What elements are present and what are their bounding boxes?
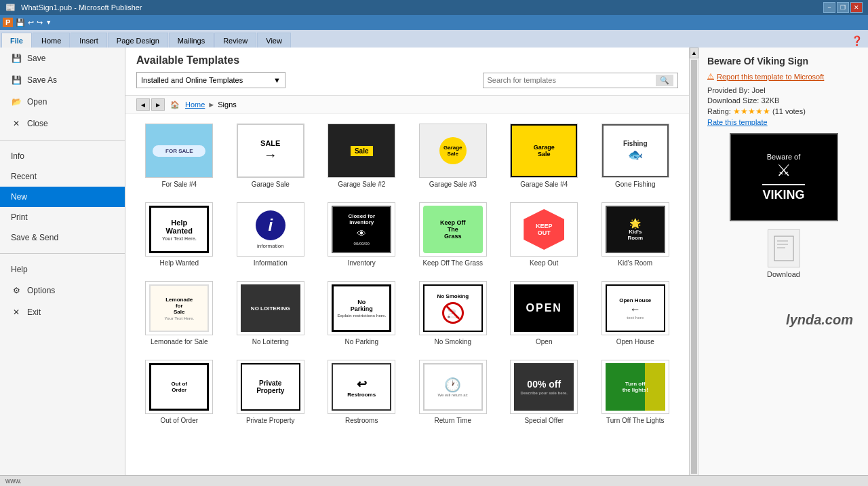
templates-grid: FOR SALE For Sale #4 SALE → Garage Sale	[136, 119, 678, 429]
list-item[interactable]: Garage Sale Garage Sale #3	[410, 119, 496, 193]
sidebar-item-exit[interactable]: ✕ Exit	[0, 301, 125, 323]
quick-save-icon[interactable]: 💾	[16, 18, 25, 27]
ribbon-tabs: File Home Insert Page Design Mailings Re…	[0, 30, 868, 48]
sidebar-item-close[interactable]: ✕ Close	[0, 113, 125, 134]
download-area: Download	[707, 229, 860, 278]
search-button[interactable]: 🔍	[656, 75, 673, 86]
section-title: Available Templates	[136, 54, 678, 67]
tab-review[interactable]: Review	[214, 33, 256, 48]
sidebar-item-print[interactable]: Print	[0, 207, 125, 227]
tab-view[interactable]: View	[257, 33, 291, 48]
templates-header: Available Templates Installed and Online…	[125, 48, 689, 96]
quick-access-dropdown[interactable]: ▼	[45, 19, 52, 26]
list-item[interactable]: i information Information	[228, 198, 314, 272]
list-item[interactable]: Fishing 🐟 Gone Fishing	[593, 119, 679, 193]
template-name: Garage Sale #2	[338, 181, 385, 189]
forward-button[interactable]: ►	[151, 98, 165, 111]
list-item[interactable]: KEEPOUT Keep Out	[501, 198, 587, 272]
template-name: No Smoking	[435, 338, 471, 346]
tab-mailings[interactable]: Mailings	[169, 33, 214, 48]
report-link[interactable]: ⚠ Report this template to Microsoft	[707, 72, 860, 81]
back-button[interactable]: ◄	[136, 98, 150, 111]
tab-file[interactable]: File	[1, 33, 32, 48]
quick-redo-icon[interactable]: ↪	[37, 18, 43, 27]
restore-button[interactable]: ❐	[837, 2, 849, 13]
template-thumb-inventory: Closed for Inventory 👁 00/00/00	[328, 202, 395, 257]
list-item[interactable]: Private Property Private Property	[228, 356, 314, 429]
save-icon: 💾	[11, 53, 22, 64]
template-name: Gone Fishing	[615, 181, 655, 189]
list-item[interactable]: 🌟 Kid's Room Kid's Room	[593, 198, 679, 272]
sidebar-item-help[interactable]: Help	[0, 259, 125, 280]
sidebar-item-options[interactable]: ⚙ Options	[0, 280, 125, 301]
list-item[interactable]: 00% off Describe your sale here. Special…	[501, 356, 587, 429]
template-name: Restrooms	[345, 417, 378, 425]
scroll-up-button[interactable]: ▲	[690, 48, 698, 58]
list-item[interactable]: FOR SALE For Sale #4	[136, 119, 222, 193]
template-name: Garage Sale #4	[520, 181, 568, 189]
template-thumb-outoforder: Out of Order	[145, 360, 213, 414]
template-name: Garage Sale #3	[429, 181, 477, 189]
sidebar-item-recent[interactable]: Recent	[0, 166, 125, 187]
template-thumb-garagesale4: Garage Sale	[510, 124, 578, 178]
preview-top: Beware of	[767, 153, 801, 161]
list-item[interactable]: Open House ← text here Open House	[593, 277, 679, 350]
sidebar-item-new[interactable]: New	[0, 187, 125, 207]
list-item[interactable]: Lemonade for Sale Your Text Here. Lemona…	[136, 277, 222, 350]
template-name: Help Wanted	[160, 259, 199, 267]
list-item[interactable]: SALE → Garage Sale	[228, 119, 314, 193]
list-item[interactable]: 🕐 We will return at: Return Time	[410, 356, 496, 429]
template-thumb-noparking: No Parking Explain restrictions here.	[328, 281, 395, 335]
dropdown-arrow-icon: ▼	[273, 76, 281, 84]
list-item[interactable]: Out of Order Out of Order	[136, 356, 222, 429]
list-item[interactable]: No Parking Explain restrictions here. No…	[319, 277, 405, 350]
options-icon: ⚙	[11, 285, 22, 296]
tab-page-design[interactable]: Page Design	[108, 33, 168, 48]
sidebar-item-open[interactable]: 📂 Open	[0, 91, 125, 113]
search-input[interactable]	[488, 76, 656, 84]
template-name: Inventory	[348, 259, 376, 267]
rate-link[interactable]: Rate this template	[707, 118, 860, 126]
list-item[interactable]: NO LOITERING No Loitering	[228, 277, 314, 350]
search-box: 🔍	[483, 73, 679, 88]
tab-home[interactable]: Home	[33, 33, 70, 48]
list-item[interactable]: Closed for Inventory 👁 00/00/00 Inventor…	[319, 198, 405, 272]
templates-scroll[interactable]: FOR SALE For Sale #4 SALE → Garage Sale	[125, 114, 689, 486]
template-thumb-kidsroom: 🌟 Kid's Room	[601, 202, 669, 257]
minimize-button[interactable]: −	[823, 2, 835, 13]
template-thumb-openhouse: Open House ← text here	[601, 281, 669, 335]
scrollbar[interactable]: ▲ ▼	[689, 48, 698, 486]
help-icon[interactable]: ❓	[846, 34, 868, 48]
list-item[interactable]: Keep Off The Grass Keep Off The Grass	[410, 198, 496, 272]
provided-by: Provided By: Joel	[707, 86, 860, 94]
quick-undo-icon[interactable]: ↩	[28, 18, 34, 27]
template-name: Information	[254, 259, 288, 267]
list-item[interactable]: Turn off the lights! Turn Off The Lights	[593, 356, 679, 429]
list-item[interactable]: Garage Sale Garage Sale #4	[501, 119, 587, 193]
home-link[interactable]: Home	[185, 100, 205, 109]
svg-rect-1	[777, 240, 788, 242]
templates-controls: Installed and Online Templates ▼ 🔍	[136, 72, 678, 88]
sidebar-item-info[interactable]: Info	[0, 146, 125, 166]
template-name: No Loitering	[252, 338, 289, 346]
current-breadcrumb: Signs	[218, 100, 237, 109]
right-panel: Beware Of Viking Sign ⚠ Report this temp…	[698, 48, 868, 486]
list-item[interactable]: Help Wanted Your Text Here. Help Wanted	[136, 198, 222, 272]
template-dropdown[interactable]: Installed and Online Templates ▼	[136, 72, 285, 88]
sidebar-item-save[interactable]: 💾 Save	[0, 48, 125, 69]
template-thumb-noloitering: NO LOITERING	[237, 281, 304, 335]
scrollbar-thumb[interactable]	[691, 60, 697, 474]
template-name: Keep Out	[530, 259, 558, 267]
list-item[interactable]: ↩ Restrooms Restrooms	[319, 356, 405, 429]
close-button[interactable]: ✕	[850, 2, 863, 13]
list-item[interactable]: No Smoking 🚬 No Smoking	[410, 277, 496, 350]
list-item[interactable]: OPEN Open	[501, 277, 587, 350]
template-name: No Parking	[345, 338, 378, 346]
sidebar-item-save-as[interactable]: 💾 Save As	[0, 69, 125, 91]
download-button[interactable]: Download	[767, 270, 800, 278]
template-name: Open	[536, 338, 552, 346]
tab-insert[interactable]: Insert	[71, 33, 107, 48]
list-item[interactable]: Sale Garage Sale #2	[319, 119, 405, 193]
sidebar-item-save-send[interactable]: Save & Send	[0, 227, 125, 248]
template-thumb-garagesale: SALE →	[237, 124, 304, 178]
